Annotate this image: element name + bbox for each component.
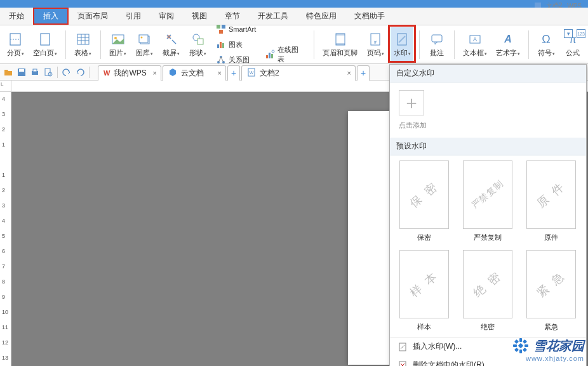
- preset-sample[interactable]: 样 本 样本: [396, 250, 452, 332]
- svg-rect-68: [523, 339, 527, 344]
- watermark-button[interactable]: 水印▾: [391, 27, 413, 62]
- chart-button[interactable]: 图表: [213, 37, 258, 51]
- svg-rect-38: [432, 35, 442, 42]
- svg-text:W: W: [250, 70, 254, 75]
- table-button[interactable]: 表格▾: [72, 27, 95, 62]
- document-tabs: W 我的WPS × 云文档 × + W 文档2 × +: [98, 64, 371, 81]
- close-icon[interactable]: ×: [153, 69, 157, 77]
- shape-icon: [190, 32, 206, 47]
- header-footer-button[interactable]: 页眉和页脚: [320, 27, 360, 62]
- menu-insert[interactable]: 插入: [33, 8, 69, 25]
- svg-rect-64: [519, 350, 522, 353]
- ribbon-right-controls: ▾ 123: [564, 29, 585, 38]
- site-name: 雪花家园: [533, 337, 584, 355]
- title-bar: [0, 0, 588, 8]
- svg-text:#: #: [374, 40, 377, 44]
- online-chart-button[interactable]: 在线图表: [262, 48, 308, 62]
- picture-button[interactable]: 图片▾: [107, 27, 130, 62]
- redo-icon[interactable]: [74, 67, 86, 78]
- screenshot-button[interactable]: 截屏▾: [160, 27, 183, 62]
- cloud-cube-icon: [168, 68, 177, 79]
- new-tab-plus[interactable]: +: [357, 65, 370, 81]
- svg-rect-32: [336, 34, 345, 36]
- menu-references[interactable]: 引用: [117, 8, 150, 25]
- delete-watermark-icon: [398, 360, 408, 367]
- svg-rect-18: [219, 30, 223, 34]
- menu-start[interactable]: 开始: [0, 8, 33, 25]
- page-break-button[interactable]: 分页▾: [4, 27, 27, 62]
- word-doc-icon: W: [247, 68, 256, 79]
- svg-rect-45: [19, 69, 24, 72]
- cloud-tab-plus[interactable]: +: [227, 65, 240, 81]
- preset-confidential[interactable]: 保 密 保密: [396, 160, 452, 242]
- svg-rect-21: [222, 43, 224, 48]
- close-icon[interactable]: ×: [218, 69, 222, 77]
- textbox-button[interactable]: A 文本框▾: [460, 27, 490, 62]
- svg-rect-70: [523, 348, 527, 352]
- svg-rect-65: [513, 344, 517, 347]
- open-icon[interactable]: [3, 67, 14, 78]
- relation-chart-button[interactable]: 关系图: [213, 53, 258, 67]
- tab-cloud-doc[interactable]: 云文档 ×: [163, 65, 226, 81]
- svg-rect-48: [45, 69, 50, 75]
- gallery-button[interactable]: 图库▾: [133, 27, 156, 62]
- menu-special-apps[interactable]: 特色应用: [297, 8, 345, 25]
- menu-doc-helper[interactable]: 文档助手: [345, 8, 394, 25]
- symbol-button[interactable]: Ω 符号▾: [535, 27, 558, 62]
- svg-rect-2: [41, 34, 50, 45]
- menu-view[interactable]: 视图: [183, 8, 216, 25]
- svg-rect-71: [518, 343, 523, 348]
- svg-point-9: [114, 37, 117, 39]
- wordart-button[interactable]: A 艺术字▾: [493, 27, 523, 62]
- relation-chart-icon: [216, 55, 226, 65]
- menu-review[interactable]: 审阅: [150, 8, 183, 25]
- svg-rect-16: [217, 25, 220, 29]
- close-icon[interactable]: ×: [347, 69, 351, 77]
- textbox-icon: A: [467, 32, 483, 47]
- svg-point-12: [140, 36, 142, 38]
- svg-text:Ω: Ω: [542, 33, 550, 46]
- header-footer-icon: [333, 32, 348, 47]
- add-custom-watermark-button[interactable]: ＋: [399, 90, 424, 115]
- plus-icon: ＋: [403, 94, 420, 112]
- svg-rect-20: [220, 42, 222, 48]
- svg-rect-66: [525, 344, 528, 347]
- undo-icon[interactable]: [61, 67, 72, 78]
- comment-button[interactable]: 批注: [425, 27, 448, 62]
- smartart-icon: [216, 24, 226, 34]
- add-custom-label: 点击添加: [399, 121, 577, 130]
- svg-rect-33: [336, 43, 345, 45]
- ribbon-insert: 分页▾ 空白页▾ 表格▾ 图片▾ 图库▾ 截屏▾ 形状▾ SmartArt 图表: [0, 25, 588, 64]
- tab-doc2[interactable]: W 文档2 ×: [241, 65, 356, 81]
- preset-no-copy[interactable]: 严禁复制 严禁复制: [460, 160, 516, 242]
- preset-urgent[interactable]: 紧 急 紧急: [523, 250, 579, 332]
- svg-rect-47: [33, 69, 37, 72]
- print-preview-icon[interactable]: [43, 67, 54, 78]
- tab-my-wps[interactable]: W 我的WPS ×: [98, 65, 161, 81]
- svg-point-30: [272, 50, 274, 53]
- shape-button[interactable]: 形状▾: [187, 27, 210, 62]
- watermark-dropdown: 自定义水印 ＋ 点击添加 预设水印 保 密 保密 严禁复制 严禁复制 原 件 原…: [389, 64, 587, 366]
- wps-logo-icon: W: [104, 69, 110, 77]
- page-number-button[interactable]: # 页码▾: [364, 27, 387, 62]
- table-icon: [76, 32, 91, 47]
- preset-watermark-grid: 保 密 保密 严禁复制 严禁复制 原 件 原件 样 本 样本 绝 密 绝密 紧 …: [390, 155, 586, 337]
- svg-rect-63: [519, 338, 522, 342]
- preset-top-secret[interactable]: 绝 密 绝密: [460, 250, 516, 332]
- svg-rect-28: [269, 53, 271, 58]
- svg-rect-11: [139, 35, 148, 42]
- svg-rect-3: [77, 34, 89, 44]
- svg-text:A: A: [504, 34, 512, 44]
- comment-icon: [429, 32, 444, 47]
- preset-original[interactable]: 原 件 原件: [523, 160, 579, 242]
- svg-rect-69: [514, 348, 519, 352]
- smartart-button[interactable]: SmartArt: [213, 22, 258, 36]
- save-icon[interactable]: [16, 67, 27, 78]
- svg-rect-29: [271, 54, 273, 58]
- svg-line-26: [221, 57, 224, 62]
- ribbon-123-icon[interactable]: 123: [577, 29, 585, 38]
- blank-page-button[interactable]: 空白页▾: [30, 27, 60, 62]
- menu-page-layout[interactable]: 页面布局: [69, 8, 117, 25]
- ribbon-dropdown-icon[interactable]: ▾: [564, 29, 573, 38]
- print-icon[interactable]: [29, 67, 41, 78]
